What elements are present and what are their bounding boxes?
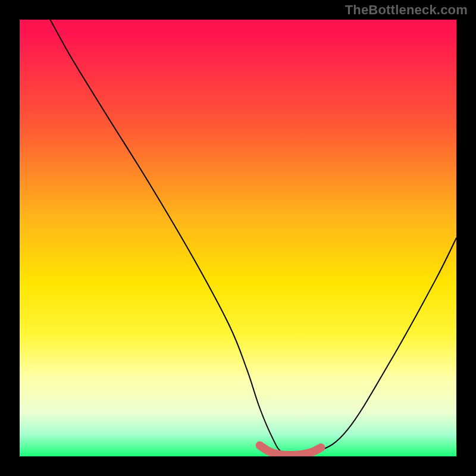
chart-stage: TheBottleneck.com	[0, 0, 476, 476]
bottleneck-curve	[50, 20, 456, 455]
curve-layer	[20, 20, 456, 456]
watermark-text: TheBottleneck.com	[345, 2, 468, 18]
highlight-segment	[260, 446, 321, 455]
plot-area	[20, 20, 456, 456]
